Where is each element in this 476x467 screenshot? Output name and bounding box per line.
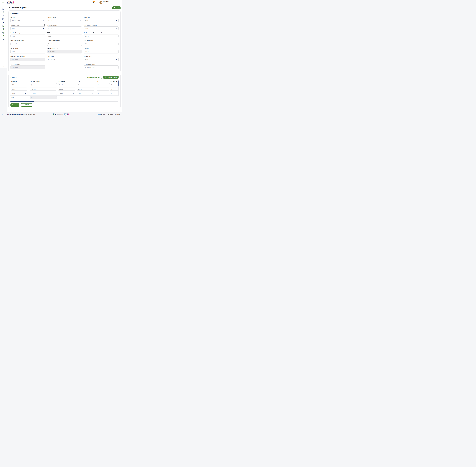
- field-currency: Currency Select: [84, 48, 119, 53]
- sub-department-select[interactable]: Select: [11, 26, 45, 30]
- pr-remarks-input[interactable]: Placeholder: [47, 58, 82, 61]
- sidebar-item-checklist[interactable]: [2, 22, 5, 23]
- sidebar-item-home[interactable]: [2, 8, 5, 10]
- table-row: Select Type here Select Select 00 00: [11, 83, 119, 87]
- column-header-qty: QTY: [95, 81, 109, 82]
- table-horizontal-scrollbar[interactable]: [11, 101, 119, 102]
- field-label: Bill to Location: [11, 48, 19, 49]
- vendor-name-1-recommended-select[interactable]: Select: [84, 34, 119, 38]
- vendor-1-quotation-upload[interactable]: Upload a file: [84, 65, 119, 69]
- field-budget-name: Budget Name Select: [84, 55, 119, 61]
- item-gl-category-select[interactable]: Select: [47, 26, 82, 30]
- terms-and-conditions-link[interactable]: Terms and Conditions: [107, 114, 120, 115]
- department-select[interactable]: Select: [84, 19, 119, 22]
- pr-date-input[interactable]: DD/MM/YYYY: [11, 19, 45, 22]
- uom-select[interactable]: Select: [77, 88, 94, 91]
- bill-to-location-select[interactable]: Select: [11, 50, 45, 53]
- level-of-urgency-select[interactable]: Select: [11, 34, 45, 38]
- qty-input[interactable]: 00: [97, 88, 110, 91]
- sidebar-item-document[interactable]: [2, 28, 5, 30]
- sidebar-item-billing[interactable]: [2, 32, 5, 34]
- field-preferred-vendor-name: Preferred Vendor Name Placeholder: [11, 40, 45, 46]
- user-name: Username: [103, 1, 109, 2]
- add-row-button[interactable]: + Add Row: [21, 103, 32, 106]
- chevron-down-icon: [73, 89, 74, 90]
- submit-button[interactable]: Submit: [112, 6, 120, 9]
- chevron-down-icon: [25, 84, 26, 85]
- calculate-button[interactable]: Calculate: [11, 103, 19, 106]
- apx-logo: MYND APX: [53, 113, 56, 116]
- qty-input[interactable]: 00: [97, 83, 110, 86]
- item-gl-sub-category-select[interactable]: Select: [84, 26, 119, 30]
- logo-x-mark: X: [12, 0, 14, 3]
- chevron-down-icon: [116, 51, 117, 52]
- chevron-down-icon: [73, 84, 74, 85]
- total-label: Total: [11, 95, 29, 100]
- chevron-down-icon: [116, 28, 117, 29]
- field-label: Level of Urgency: [11, 32, 20, 34]
- main-content: Purchase Requisition Submit PR Details P…: [7, 5, 122, 112]
- column-header-uom: UOM: [76, 81, 95, 82]
- rate-wo-tax-input[interactable]: 00: [110, 92, 119, 95]
- ship-to-location-select[interactable]: Select: [84, 42, 119, 46]
- vendor-contact-person-input[interactable]: Placeholder: [47, 42, 82, 46]
- field-vendor-contact-person: Vendor Contact Person Placeholder: [47, 40, 82, 46]
- scrollbar-thumb[interactable]: [11, 101, 34, 102]
- scrollbar-thumb[interactable]: [118, 80, 119, 86]
- field-label: Item_GL Sub Category: [84, 24, 97, 26]
- field-label: Company Name: [47, 17, 56, 18]
- checklist-document-icon: [2, 21, 4, 24]
- avatar[interactable]: UN: [99, 1, 102, 4]
- sidebar-item-edit-document[interactable]: [2, 25, 5, 27]
- field-label: Currency: [84, 48, 89, 49]
- field-pr-date: PR Date DD/MM/YYYY: [11, 16, 45, 22]
- available-budget-amount-input: Placeholder: [11, 58, 45, 61]
- cost-center-select[interactable]: Select: [58, 88, 75, 91]
- table-row: Select Type here Select Select 00 00: [11, 87, 119, 91]
- field-label: Item_GL Category: [47, 24, 57, 26]
- info-icon[interactable]: [44, 24, 45, 26]
- privacy-policy-link[interactable]: Privacy Policy: [97, 114, 105, 115]
- item-name-select[interactable]: Select: [11, 92, 27, 95]
- sidebar-item-list[interactable]: [2, 15, 5, 17]
- contact-card-icon: [2, 18, 4, 20]
- budget-name-select[interactable]: Select: [84, 58, 119, 61]
- back-button[interactable]: [9, 7, 10, 9]
- qty-input[interactable]: 00: [97, 92, 110, 95]
- company-name-select[interactable]: Select: [47, 19, 82, 22]
- myndx-logo: MYND X Intelligence Automated: [7, 1, 14, 4]
- item-name-select[interactable]: Select: [11, 88, 27, 91]
- pr-type-select[interactable]: Select: [47, 34, 82, 38]
- currency-select[interactable]: Select: [84, 50, 119, 53]
- item-description-input[interactable]: Type here: [30, 92, 57, 95]
- conversion-rate-input: Placeholder: [11, 65, 45, 69]
- rate-wo-tax-input[interactable]: 00: [110, 88, 119, 91]
- download-sample-button[interactable]: Download Sample: [85, 76, 102, 79]
- user-menu-chevron-down-icon[interactable]: [118, 2, 120, 3]
- sidebar-item-contacts[interactable]: [2, 18, 5, 20]
- rate-wo-tax-input[interactable]: 00: [110, 83, 119, 86]
- sidebar-item-files[interactable]: [2, 35, 5, 37]
- cost-center-select[interactable]: Select: [58, 83, 75, 86]
- table-vertical-scrollbar[interactable]: [118, 80, 119, 96]
- field-level-of-urgency: Level of Urgency Select: [11, 32, 45, 38]
- notification-bell-icon[interactable]: 3: [92, 1, 94, 3]
- upload-pr-item-button[interactable]: Upload PR Item: [103, 76, 119, 79]
- sidebar-item-tools[interactable]: [2, 39, 5, 40]
- sidebar-item-settings[interactable]: [2, 11, 5, 13]
- cost-center-select[interactable]: Select: [58, 92, 75, 95]
- uom-select[interactable]: Select: [77, 92, 94, 95]
- chevron-down-icon: [79, 36, 81, 37]
- item-description-input[interactable]: Type here: [30, 88, 57, 91]
- hamburger-menu-icon[interactable]: [2, 2, 4, 3]
- gear-icon: [2, 11, 4, 13]
- footer-logo-tagline: Intelligence Automated: [64, 115, 69, 116]
- field-sub-department: Sub Department Select: [11, 24, 45, 30]
- preferred-vendor-name-input[interactable]: Placeholder: [11, 42, 45, 46]
- upload-icon: [105, 77, 106, 78]
- uom-select[interactable]: Select: [77, 83, 94, 86]
- field-label: Preferred Vendor Name: [11, 40, 24, 41]
- pr-item-card: PR Item Download Sample Upload PR Item I…: [9, 74, 120, 108]
- item-description-input[interactable]: Type here: [30, 83, 57, 86]
- item-name-select[interactable]: Select: [11, 83, 27, 86]
